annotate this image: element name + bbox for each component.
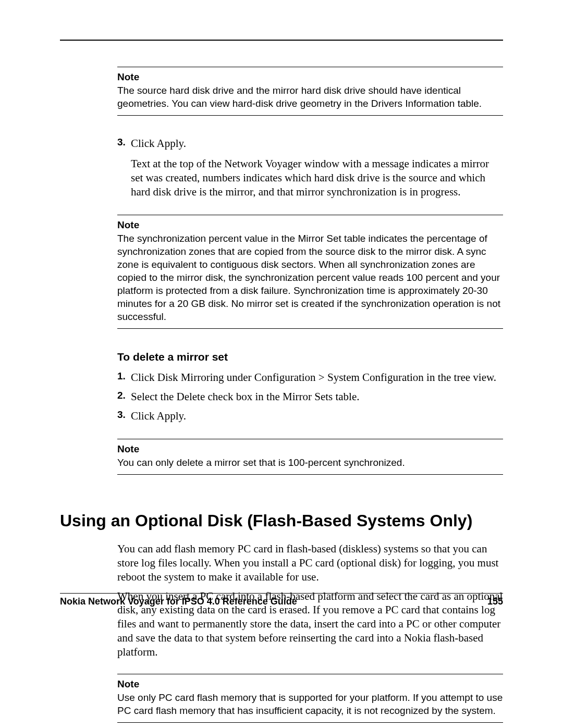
list-item: 2. Select the Delete check box in the Mi… (117, 390, 503, 404)
ordered-list: 1. Click Disk Mirroring under Configurat… (117, 371, 503, 423)
note-block: Note The source hard disk drive and the … (117, 67, 503, 116)
list-text: Select the Delete check box in the Mirro… (131, 390, 503, 404)
note-box: Note The source hard disk drive and the … (117, 67, 503, 116)
note-box: Note The synchronization percent value i… (117, 215, 503, 329)
note-box: Note Use only PC card flash memory that … (117, 674, 503, 723)
steps-continuation: 3. Click Apply. Text at the top of the N… (117, 137, 503, 199)
sub-heading: To delete a mirror set (117, 351, 503, 363)
note-text: The synchronization percent value in the… (117, 232, 503, 324)
note-label: Note (117, 71, 503, 83)
top-rule (60, 40, 503, 41)
list-number: 3. (117, 409, 131, 423)
footer-title: Nokia Network Voyager for IPSO 4.0 Refer… (60, 596, 297, 607)
note-block: Note You can only delete a mirror set th… (117, 439, 503, 475)
note-block: Note The synchronization percent value i… (117, 215, 503, 329)
list-number: 1. (117, 371, 131, 385)
ordered-list: 3. Click Apply. Text at the top of the N… (117, 137, 503, 199)
page: Note The source hard disk drive and the … (0, 0, 563, 728)
body-paragraph: You can add flash memory PC card in flas… (117, 542, 503, 584)
delete-section: To delete a mirror set 1. Click Disk Mir… (117, 351, 503, 423)
list-text: Click Disk Mirroring under Configuration… (131, 371, 503, 385)
note-text: You can only delete a mirror set that is… (117, 456, 503, 469)
note-label: Note (117, 443, 503, 455)
footer-rule (60, 593, 503, 594)
footer: Nokia Network Voyager for IPSO 4.0 Refer… (60, 596, 503, 607)
list-item: 3. Click Apply. (117, 137, 503, 151)
list-paragraph: Text at the top of the Network Voyager w… (131, 157, 503, 199)
section-heading: Using an Optional Disk (Flash-Based Syst… (60, 511, 503, 530)
note-label: Note (117, 219, 503, 231)
list-item: 3. Click Apply. (117, 409, 503, 423)
note-label: Note (117, 678, 503, 690)
footer-page-number: 155 (487, 596, 503, 607)
list-item: 1. Click Disk Mirroring under Configurat… (117, 371, 503, 385)
note-text: Use only PC card flash memory that is su… (117, 691, 503, 717)
list-number: 3. (117, 137, 131, 151)
note-text: The source hard disk drive and the mirro… (117, 84, 503, 110)
section-body: You can add flash memory PC card in flas… (117, 542, 503, 723)
list-text: Click Apply. (131, 409, 503, 423)
list-number: 2. (117, 390, 131, 404)
list-text: Click Apply. (131, 137, 503, 151)
content-frame: Note The source hard disk drive and the … (60, 40, 503, 728)
note-box: Note You can only delete a mirror set th… (117, 439, 503, 475)
